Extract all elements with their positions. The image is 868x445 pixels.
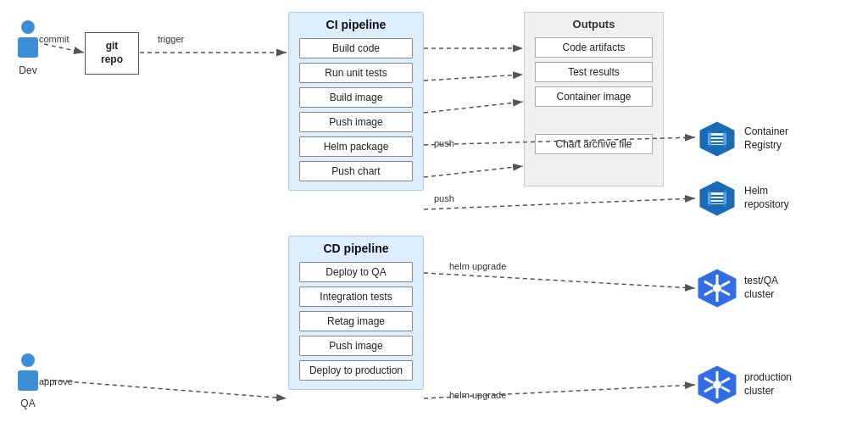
trigger-label: trigger xyxy=(158,34,184,44)
container-registry-label: Container Registry xyxy=(744,125,788,152)
helm-upgrade-prod-label: helm upgrade xyxy=(449,390,506,400)
container-registry-service: Container Registry xyxy=(697,119,788,159)
svg-rect-6 xyxy=(710,136,724,137)
helm-repository-label: Helm repository xyxy=(744,185,789,211)
svg-rect-1 xyxy=(18,37,38,58)
svg-rect-10 xyxy=(723,131,726,147)
cd-step-deploy-production: Deploy to production xyxy=(299,360,413,381)
cd-pipeline-title: CD pipeline xyxy=(289,236,423,259)
approve-label: approve xyxy=(39,376,73,387)
ci-step-helm-package: Helm package xyxy=(299,136,413,157)
qa-cluster-label: test/QA cluster xyxy=(744,275,778,301)
helm-repository-service: Helm repository xyxy=(697,178,789,219)
ci-step-build-code: Build code xyxy=(299,38,413,58)
svg-rect-7 xyxy=(710,139,724,141)
cd-step-retag-image: Retag image xyxy=(299,311,413,331)
cd-step-deploy-qa: Deploy to QA xyxy=(299,262,413,282)
arrow-unit-tests xyxy=(424,75,523,81)
ci-pipeline-title: CI pipeline xyxy=(289,13,423,35)
svg-rect-15 xyxy=(710,202,724,203)
arrow-approve xyxy=(44,380,287,398)
outputs-title: Outputs xyxy=(525,13,663,34)
push-label-1: push xyxy=(434,138,454,148)
prod-cluster-service: production cluster xyxy=(697,364,792,405)
commit-label: commit xyxy=(39,34,69,44)
svg-rect-16 xyxy=(708,190,711,207)
arrow-commit xyxy=(44,44,84,53)
svg-point-0 xyxy=(21,20,35,34)
svg-point-2 xyxy=(21,353,35,367)
push-label-2: push xyxy=(434,193,454,203)
svg-point-27 xyxy=(713,381,721,389)
container-registry-icon xyxy=(697,119,737,159)
qa-cluster-service: test/QA cluster xyxy=(697,268,778,309)
ci-pipeline-panel: CI pipeline Build code Run unit tests Bu… xyxy=(288,12,424,191)
output-container-image: Container image xyxy=(535,86,653,107)
helm-repository-icon xyxy=(697,178,737,219)
dev-label: Dev xyxy=(19,64,36,76)
ci-pipeline-steps: Build code Run unit tests Build image Pu… xyxy=(289,35,423,190)
dev-actor: Dev xyxy=(12,19,44,76)
prod-cluster-label: production cluster xyxy=(744,371,792,398)
cd-pipeline-steps: Deploy to QA Integration tests Retag ima… xyxy=(289,259,423,389)
prod-cluster-icon xyxy=(697,364,737,405)
output-spacer2 xyxy=(535,159,653,177)
svg-point-19 xyxy=(713,284,721,292)
ci-step-push-image: Push image xyxy=(299,112,413,132)
svg-rect-17 xyxy=(723,190,726,207)
qa-label: QA xyxy=(20,398,35,409)
ci-step-run-unit-tests: Run unit tests xyxy=(299,63,413,83)
output-test-results: Test results xyxy=(535,62,653,82)
cd-step-integration-tests: Integration tests xyxy=(299,286,413,307)
output-chart-archive: Chart archive file xyxy=(535,134,653,154)
output-spacer1 xyxy=(535,111,653,130)
ci-step-build-image: Build image xyxy=(299,87,413,108)
svg-rect-8 xyxy=(710,142,724,144)
arrow-deploy-qa xyxy=(424,273,695,288)
svg-rect-9 xyxy=(708,131,711,147)
svg-rect-3 xyxy=(18,370,38,391)
arrow-helm-package xyxy=(424,166,523,177)
svg-rect-13 xyxy=(710,195,724,197)
outputs-panel: Outputs Code artifacts Test results Cont… xyxy=(524,12,664,186)
arrow-build-image xyxy=(424,102,523,113)
cd-step-push-image: Push image xyxy=(299,336,413,356)
git-repo-box: gitrepo xyxy=(85,32,139,75)
arrow-push-chart xyxy=(424,198,695,209)
output-items: Code artifacts Test results Container im… xyxy=(525,34,663,186)
svg-rect-14 xyxy=(710,198,724,200)
git-repo-label: gitrepo xyxy=(101,40,123,66)
helm-upgrade-qa-label: helm upgrade xyxy=(449,261,506,271)
diagram: Dev QA gitrepo CI pipeline Build code Ru… xyxy=(0,0,868,445)
output-code-artifacts: Code artifacts xyxy=(535,37,653,58)
cd-pipeline-panel: CD pipeline Deploy to QA Integration tes… xyxy=(288,236,424,390)
qa-person-icon xyxy=(12,352,44,394)
ci-step-push-chart: Push chart xyxy=(299,161,413,181)
qa-cluster-icon xyxy=(697,268,737,309)
